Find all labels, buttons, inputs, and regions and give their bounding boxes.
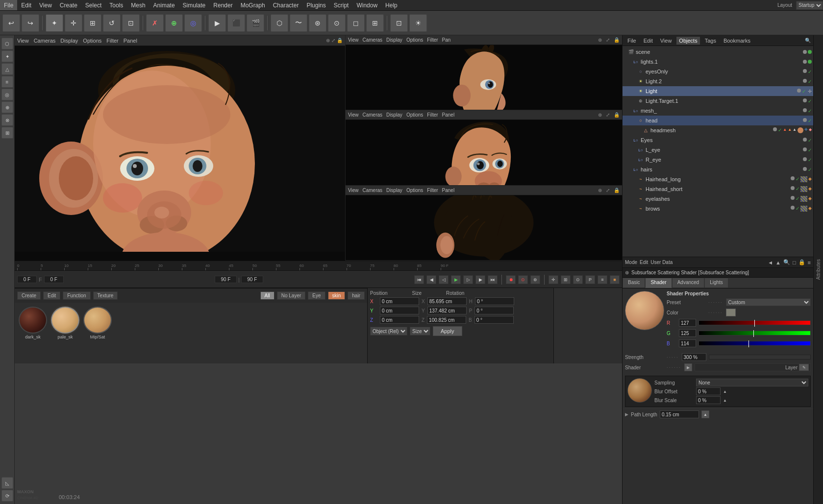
current-frame-input[interactable]: [17, 276, 37, 283]
axis-x-button[interactable]: ✗: [146, 14, 164, 32]
rp-tab-tags[interactable]: Tags: [702, 37, 719, 45]
play-button[interactable]: ▶: [451, 275, 461, 284]
tree-item-eyelashes[interactable]: ~ eyelashes ✓ ◆: [623, 194, 813, 204]
mode-back-icon[interactable]: ◄: [768, 260, 773, 265]
menu-item-window[interactable]: Window: [352, 0, 381, 10]
path-length-btn[interactable]: ▲: [701, 410, 709, 418]
main-viewport-filter[interactable]: Filter: [106, 38, 118, 44]
pos-x-input[interactable]: [380, 297, 419, 305]
main-viewport-panel[interactable]: Panel: [124, 38, 137, 44]
vi-expand[interactable]: ⤢: [331, 38, 335, 43]
shader-tab-shader[interactable]: Shader: [645, 278, 672, 288]
end-frame-input[interactable]: [215, 276, 237, 283]
tree-item-lights[interactable]: L○ lights.1: [623, 57, 813, 67]
tl-tool1[interactable]: ✛: [549, 275, 558, 284]
layer-edit-btn[interactable]: ✎: [799, 364, 809, 371]
rot-y-input[interactable]: [474, 307, 514, 314]
mr-cameras[interactable]: Cameras: [363, 112, 383, 118]
menu-item-view[interactable]: View: [35, 0, 56, 10]
tree-item-hairs[interactable]: L○ hairs ✓: [623, 165, 813, 174]
left-tool-4[interactable]: ≡: [1, 76, 13, 88]
tr-cameras[interactable]: Cameras: [363, 37, 383, 43]
create-tab[interactable]: Create: [17, 291, 41, 300]
apply-button[interactable]: Apply: [433, 326, 462, 336]
key-all-button[interactable]: ⊛: [530, 275, 540, 284]
size-mode-select[interactable]: Size: [410, 327, 430, 336]
preset-select[interactable]: Custom: [726, 298, 811, 306]
left-tool-9[interactable]: ◺: [1, 477, 13, 489]
tree-item-hairhead-short[interactable]: ~ Hairhead_short ✓ ◆: [623, 184, 813, 194]
main-viewport[interactable]: View Cameras Display Options Filter Pane…: [15, 35, 346, 261]
rotate-tool[interactable]: ↺: [103, 14, 121, 32]
material-dark-sk[interactable]: dark_sk: [19, 307, 47, 339]
tr-options[interactable]: Options: [406, 37, 423, 43]
tree-item-headmesh[interactable]: △ headmesh ✓ ▲ ▲ ▲ ✛ ◆: [623, 125, 813, 135]
main-viewport-view[interactable]: View: [17, 38, 29, 44]
menu-item-animate[interactable]: Animate: [150, 0, 179, 10]
menu-item-mesh[interactable]: Mesh: [127, 0, 149, 10]
tree-item-light[interactable]: ☀ Light ✓ ✛: [623, 86, 813, 96]
top-right-viewport[interactable]: View Cameras Display Options Filter Pan …: [346, 35, 622, 110]
menu-item-edit[interactable]: Edit: [17, 0, 35, 10]
mr-icon2[interactable]: ⤢: [606, 112, 610, 118]
tr-filter[interactable]: Filter: [427, 37, 438, 43]
tr-icon2[interactable]: ⤢: [606, 37, 610, 43]
tr-pan[interactable]: Pan: [442, 37, 451, 43]
goto-end-button[interactable]: ⏭: [488, 275, 498, 284]
auto-key-button[interactable]: ⊙: [518, 275, 528, 284]
record-button[interactable]: ⏺: [506, 275, 516, 284]
tree-item-light-target[interactable]: ⊕ Light.Target.1 ✓: [623, 96, 813, 106]
menu-item-plugins[interactable]: Plugins: [302, 0, 329, 10]
mr-options[interactable]: Options: [406, 112, 423, 118]
br-icon2[interactable]: ⤢: [606, 188, 610, 193]
mr-display[interactable]: Display: [386, 112, 402, 118]
rp-search-icon[interactable]: 🔍: [805, 38, 811, 43]
cube-tool[interactable]: ⬡: [271, 14, 288, 32]
material-pale-sk[interactable]: pale_sk: [51, 307, 79, 339]
fps-input[interactable]: [241, 276, 263, 283]
main-viewport-options[interactable]: Options: [83, 38, 101, 44]
br-panel[interactable]: Panel: [442, 188, 455, 193]
edit-tab[interactable]: Edit: [43, 291, 60, 300]
texture-tab[interactable]: Texture: [93, 291, 118, 300]
render-view-button[interactable]: ▶: [208, 14, 226, 32]
size-z-input[interactable]: [427, 316, 466, 324]
rp-tab-view[interactable]: View: [658, 37, 674, 45]
br-options[interactable]: Options: [406, 188, 423, 193]
rp-tab-bookmarks[interactable]: Bookmarks: [721, 37, 753, 45]
main-viewport-cameras[interactable]: Cameras: [34, 38, 56, 44]
blur-scale-input[interactable]: [696, 396, 721, 404]
g-slider-track[interactable]: [698, 331, 811, 336]
tree-item-head[interactable]: ○ head ✓: [623, 116, 813, 125]
function-tab[interactable]: Function: [63, 291, 90, 300]
render-animation-button[interactable]: 🎬: [247, 14, 264, 32]
g-input[interactable]: 125: [679, 329, 696, 337]
select-tool[interactable]: ✦: [46, 14, 63, 32]
attributes-label[interactable]: Attributes: [816, 259, 821, 280]
shader-tab-advanced[interactable]: Advanced: [672, 278, 704, 288]
mr-icon1[interactable]: ⊕: [598, 112, 602, 118]
tl-tool4[interactable]: P: [585, 275, 595, 284]
rp-tab-file[interactable]: File: [625, 37, 639, 45]
br-display[interactable]: Display: [386, 188, 402, 193]
tl-tool3[interactable]: ⊙: [573, 275, 583, 284]
left-tool-5[interactable]: ◎: [1, 89, 13, 100]
menu-item-simulate[interactable]: Simulate: [179, 0, 210, 10]
tree-item-light2[interactable]: ☀ Light.2 ✓: [623, 76, 813, 86]
menu-item-mograph[interactable]: MoGraph: [237, 0, 269, 10]
material-mip-sat[interactable]: Mip/Sat: [83, 307, 112, 339]
b-input[interactable]: 114: [679, 339, 696, 347]
axis-z-button[interactable]: ◎: [184, 14, 202, 32]
next-frame-button[interactable]: ▶: [475, 275, 485, 284]
spline-tool[interactable]: 〜: [290, 14, 307, 32]
shader-color-swatch[interactable]: ▶: [684, 363, 692, 371]
b-slider-track[interactable]: [698, 341, 811, 346]
prev-frame-button[interactable]: ◀: [426, 275, 436, 284]
move-tool[interactable]: ✛: [65, 14, 82, 32]
menu-item-file[interactable]: File: [0, 0, 17, 10]
menu-item-select[interactable]: Select: [81, 0, 105, 10]
mr-view[interactable]: View: [348, 112, 359, 118]
vi-add[interactable]: ⊕: [326, 38, 330, 43]
tr-display[interactable]: Display: [386, 37, 402, 43]
tree-item-l-eye[interactable]: L○ L_eye ✓: [623, 145, 813, 155]
